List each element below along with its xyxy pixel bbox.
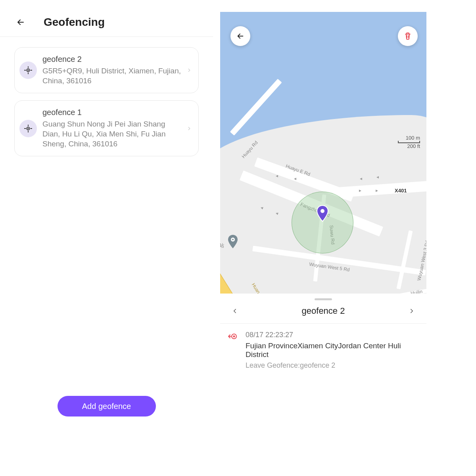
- map[interactable]: Huayu Rd Huayu E Rd Fangzhong Rd Suwu Rd…: [220, 12, 426, 294]
- arrow-left-icon: [236, 32, 245, 40]
- geofence-detail-sheet: geofence 2 08/17 22:23:27 Fujian Provinc…: [220, 294, 426, 476]
- trash-icon: [403, 31, 413, 41]
- arrow-icon: [359, 190, 361, 192]
- delete-button[interactable]: [398, 26, 418, 46]
- svg-point-1: [27, 70, 29, 71]
- geofence-text: geofence 1 Guang Shun Nong Ji Pei Jian S…: [42, 108, 181, 149]
- arrow-icon: [376, 190, 378, 192]
- geofence-name: geofence 2: [42, 55, 181, 64]
- page-title: Geofencing: [44, 16, 105, 29]
- geofence-list-panel: Geofencing geofence 2 G5R5+QR9, Huli Dis…: [0, 0, 213, 416]
- poi-marker-icon: [227, 235, 238, 251]
- arrow-icon: [360, 178, 362, 180]
- scale-metric: 100 m: [398, 135, 420, 141]
- location-pin-icon: [315, 205, 330, 225]
- geofence-card[interactable]: geofence 2 G5R5+QR9, Huli District, Xiam…: [14, 47, 199, 93]
- chevron-right-icon: [186, 67, 192, 73]
- map-back-button[interactable]: [230, 26, 250, 46]
- geofence-detail-panel: Huayu Rd Huayu E Rd Fangzhong Rd Suwu Rd…: [220, 12, 426, 476]
- drag-handle[interactable]: [315, 298, 332, 300]
- detail-title: geofence 2: [302, 306, 345, 316]
- leave-geofence-icon: [227, 331, 238, 370]
- back-button[interactable]: [16, 17, 25, 27]
- chevron-left-icon: [231, 307, 238, 315]
- geofence-list: geofence 2 G5R5+QR9, Huli District, Xiam…: [0, 37, 213, 167]
- poi-label: 站: [220, 242, 224, 249]
- arrow-icon: [276, 175, 278, 177]
- detail-header: geofence 2: [220, 304, 426, 324]
- geofence-name: geofence 1: [42, 108, 181, 117]
- geofence-card[interactable]: geofence 1 Guang Shun Nong Ji Pei Jian S…: [14, 100, 199, 156]
- log-timestamp: 08/17 22:23:27: [246, 331, 419, 339]
- arrow-left-icon: [16, 17, 25, 27]
- geofence-icon: [19, 120, 37, 137]
- map-scale: 100 m 200 ft: [398, 135, 420, 149]
- chevron-right-icon: [408, 307, 415, 315]
- geofence-text: geofence 2 G5R5+QR9, Huli District, Xiam…: [42, 55, 181, 86]
- geofence-address: G5R5+QR9, Huli District, Xiamen, Fujian,…: [42, 66, 181, 86]
- svg-point-3: [27, 128, 29, 129]
- log-entry: 08/17 22:23:27 Fujian ProvinceXiamen Cit…: [220, 324, 426, 377]
- target-icon: [24, 124, 33, 133]
- svg-point-7: [233, 336, 235, 338]
- next-geofence-button[interactable]: [407, 307, 416, 315]
- log-action: Leave Geofence:geofence 2: [246, 361, 419, 370]
- log-address: Fujian ProvinceXiamen CityJordan Center …: [246, 342, 419, 359]
- scale-imperial: 200 ft: [398, 143, 420, 149]
- left-header: Geofencing: [0, 8, 213, 37]
- add-geofence-button[interactable]: Add geofence: [58, 396, 156, 416]
- target-icon: [24, 66, 33, 75]
- arrow-icon: [294, 178, 296, 180]
- geofence-address: Guang Shun Nong Ji Pei Jian Shang Dian, …: [42, 119, 181, 149]
- log-body: 08/17 22:23:27 Fujian ProvinceXiamen Cit…: [246, 331, 419, 370]
- geofence-icon: [19, 61, 37, 79]
- road-label: X401: [395, 188, 407, 194]
- prev-geofence-button[interactable]: [230, 307, 239, 315]
- arrow-icon: [376, 176, 379, 178]
- svg-point-4: [321, 209, 324, 213]
- chevron-right-icon: [186, 126, 192, 131]
